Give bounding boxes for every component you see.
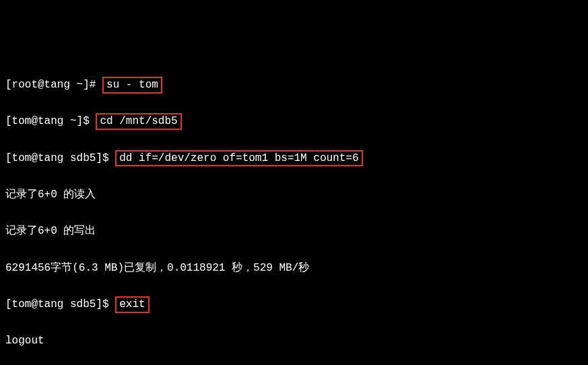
- output-line: 记录了6+0 的读入: [5, 186, 583, 204]
- output-line: 6291456字节(6.3 MB)已复制，0.0118921 秒，529 MB/…: [5, 259, 583, 277]
- terminal-line: [tom@tang sdb5]$ exit: [5, 296, 583, 314]
- prompt-tom: [tom@tang sdb5]$: [5, 152, 115, 164]
- command-exit: exit: [115, 296, 149, 313]
- terminal-line: [root@tang ~]# su - tom: [5, 76, 583, 94]
- command-dd-tom1: dd if=/dev/zero of=tom1 bs=1M count=6: [115, 150, 362, 167]
- prompt-root: [root@tang ~]#: [5, 79, 102, 91]
- terminal-line: [tom@tang sdb5]$ dd if=/dev/zero of=tom1…: [5, 150, 583, 168]
- prompt-tom: [tom@tang ~]$: [5, 115, 96, 127]
- prompt-tom: [tom@tang sdb5]$: [5, 298, 115, 310]
- terminal-line: [tom@tang ~]$ cd /mnt/sdb5: [5, 112, 583, 131]
- output-line: logout: [5, 332, 583, 350]
- command-su-tom: su - tom: [102, 77, 162, 94]
- output-line: 记录了6+0 的写出: [5, 222, 583, 240]
- command-cd: cd /mnt/sdb5: [96, 113, 181, 130]
